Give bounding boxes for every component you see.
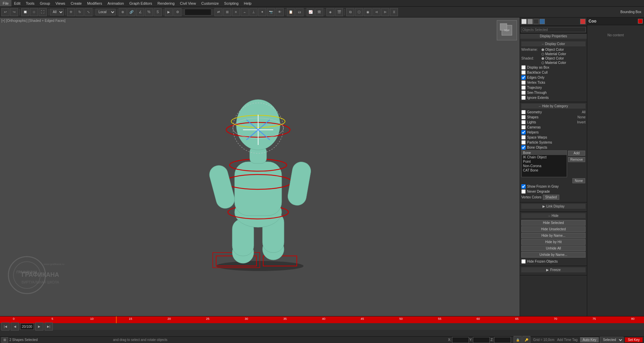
object-type-dropdown[interactable]: All bbox=[50, 9, 64, 15]
go-to-end-button[interactable]: ▶| bbox=[45, 322, 53, 331]
select-filter[interactable]: ⛶ bbox=[39, 8, 47, 16]
menu-civil-view[interactable]: Civil View bbox=[177, 0, 198, 6]
ignore-extents-row[interactable]: Ignore Extents bbox=[521, 96, 586, 100]
selection-name-input[interactable] bbox=[521, 27, 586, 32]
unhide-all-button[interactable]: Unhide All bbox=[521, 245, 586, 251]
freeze-title[interactable]: ▶ Freeze bbox=[521, 267, 586, 272]
next-frame-button[interactable]: ▶ bbox=[35, 322, 43, 331]
tool-1[interactable]: ⧉ bbox=[346, 8, 354, 16]
undo-button[interactable]: ↩ bbox=[1, 8, 9, 16]
align-to-view[interactable]: 👁 bbox=[276, 8, 284, 16]
tool-3[interactable]: ◉ bbox=[364, 8, 372, 16]
snap-toggle[interactable]: 🔗 bbox=[127, 8, 135, 16]
hide-unselected-button[interactable]: Hide Unselected bbox=[521, 226, 586, 232]
x-input[interactable] bbox=[452, 337, 469, 343]
named-selection-input[interactable] bbox=[185, 9, 211, 15]
use-pivot-button[interactable]: ⊕ bbox=[119, 8, 127, 16]
tool-2[interactable]: ⬡ bbox=[355, 8, 363, 16]
select-tool[interactable]: 🔲 bbox=[21, 8, 29, 16]
backface-cull-checkbox[interactable] bbox=[521, 70, 526, 75]
hide-frozen-row[interactable]: Hide Frozen Objects bbox=[521, 259, 586, 264]
never-degrade-row[interactable]: Never Degrade bbox=[521, 189, 586, 194]
menu-graph-editors[interactable]: Graph Editors bbox=[127, 0, 155, 6]
trajectory-row[interactable]: Trajectory bbox=[521, 85, 586, 90]
edges-only-checkbox[interactable] bbox=[521, 75, 526, 80]
see-through-row[interactable]: See-Through bbox=[521, 90, 586, 95]
bone-item-ik-chain[interactable]: IK Chain Object bbox=[522, 155, 567, 159]
scene-explorer[interactable]: 🗂 bbox=[295, 8, 304, 16]
hide-selected-button[interactable]: Hide Selected bbox=[521, 220, 586, 226]
hide-by-name-button[interactable]: Hide by Name... bbox=[521, 233, 586, 238]
tool-5[interactable]: ⊳ bbox=[381, 8, 389, 16]
bone-remove-button[interactable]: Remove bbox=[568, 157, 585, 162]
helpers-checkbox[interactable] bbox=[521, 130, 526, 135]
bone-item-bone[interactable]: Bone bbox=[522, 151, 567, 155]
bone-item-cat-bone[interactable]: CAT Bone bbox=[522, 168, 567, 173]
lights-checkbox[interactable] bbox=[521, 120, 526, 124]
viewport[interactable]: [+] [Orthographic] [Shaded + Edged Faces… bbox=[0, 17, 520, 316]
never-degrade-checkbox[interactable] bbox=[521, 189, 526, 194]
menu-help[interactable]: Help bbox=[241, 0, 254, 6]
hide-by-category-title[interactable]: – Hide by Category bbox=[521, 104, 586, 109]
color-swatch-red-close[interactable] bbox=[580, 19, 586, 24]
bone-item-point[interactable]: Point bbox=[522, 159, 567, 164]
far-right-close-button[interactable] bbox=[638, 19, 643, 24]
particle-systems-checkbox[interactable] bbox=[521, 140, 526, 145]
wireframe-radio-material[interactable]: Material Color bbox=[541, 52, 566, 56]
bone-item-non-corona[interactable]: Non-Corona bbox=[522, 164, 567, 168]
select-scale-button[interactable]: ⤡ bbox=[84, 8, 92, 16]
color-swatch-gray[interactable] bbox=[527, 19, 533, 24]
render-button[interactable]: ▶ bbox=[165, 8, 173, 16]
display-as-box-checkbox[interactable] bbox=[521, 65, 526, 70]
color-swatch-blue[interactable] bbox=[539, 19, 545, 24]
material-editor[interactable]: ◈ bbox=[326, 8, 334, 16]
bone-objects-checkbox[interactable] bbox=[521, 145, 526, 150]
bone-add-button[interactable]: Add bbox=[568, 151, 585, 156]
display-color-title[interactable]: – Display Color bbox=[521, 41, 586, 46]
shaded-button[interactable]: Shaded bbox=[543, 195, 559, 200]
menu-tools[interactable]: Tools bbox=[23, 0, 37, 6]
schematic-view[interactable]: 🕸 bbox=[315, 8, 323, 16]
menu-rendering[interactable]: Rendering bbox=[155, 0, 177, 6]
prev-frame-button[interactable]: ◀ bbox=[11, 322, 19, 331]
trajectory-checkbox[interactable] bbox=[521, 85, 526, 90]
key-mode[interactable]: 🔑 bbox=[522, 336, 530, 343]
menu-views[interactable]: Views bbox=[53, 0, 68, 6]
edges-only-row[interactable]: Edges Only bbox=[521, 75, 586, 80]
timeline-scrubber[interactable]: 0 5 10 15 20 25 30 35 40 45 50 55 60 65 … bbox=[0, 316, 644, 323]
render-settings[interactable]: ⚙ bbox=[173, 8, 182, 16]
menu-create[interactable]: Create bbox=[68, 0, 84, 6]
select-region[interactable]: ⊹ bbox=[30, 8, 38, 16]
mirror-button[interactable]: ⇌ bbox=[214, 8, 223, 16]
shapes-checkbox[interactable] bbox=[521, 115, 526, 119]
hide-title[interactable]: – Hide bbox=[521, 213, 586, 218]
tool-6[interactable]: ⧖ bbox=[390, 8, 398, 16]
menu-group[interactable]: Group bbox=[37, 0, 53, 6]
menu-customize[interactable]: Customize bbox=[199, 0, 222, 6]
vertex-ticks-checkbox[interactable] bbox=[521, 80, 526, 85]
menu-scripting[interactable]: Scripting bbox=[222, 0, 241, 6]
hide-frozen-checkbox[interactable] bbox=[521, 259, 526, 264]
shaded-radio-material[interactable]: Material Color bbox=[541, 61, 566, 65]
array-button[interactable]: ⊞ bbox=[223, 8, 231, 16]
key-filter-dropdown[interactable]: Selected bbox=[600, 337, 623, 343]
menu-file[interactable]: File bbox=[0, 0, 11, 6]
see-through-checkbox[interactable] bbox=[521, 90, 526, 95]
render-scene[interactable]: 🎬 bbox=[335, 8, 343, 16]
percent-snap[interactable]: % bbox=[145, 8, 153, 16]
bone-none-button[interactable]: None bbox=[572, 178, 585, 183]
lock-button[interactable]: 🔒 bbox=[514, 336, 522, 343]
menu-edit[interactable]: Edit bbox=[11, 0, 23, 6]
color-swatch-white[interactable] bbox=[521, 19, 527, 24]
status-icon[interactable]: ⊞ bbox=[1, 337, 8, 343]
vertex-ticks-row[interactable]: Vertex Ticks bbox=[521, 80, 586, 85]
z-input[interactable] bbox=[494, 337, 511, 343]
show-frozen-checkbox[interactable] bbox=[521, 184, 526, 189]
hide-by-hit-button[interactable]: Hide by Hit bbox=[521, 239, 586, 245]
place-highlight[interactable]: ✦ bbox=[258, 8, 266, 16]
menu-modifiers[interactable]: Modifiers bbox=[84, 0, 105, 6]
unhide-by-name-button[interactable]: Unhide by Name... bbox=[521, 252, 586, 258]
select-move-button[interactable]: ✛ bbox=[67, 8, 75, 16]
redo-button[interactable]: ↪ bbox=[10, 8, 18, 16]
show-frozen-row[interactable]: Show Frozen in Gray bbox=[521, 184, 586, 189]
